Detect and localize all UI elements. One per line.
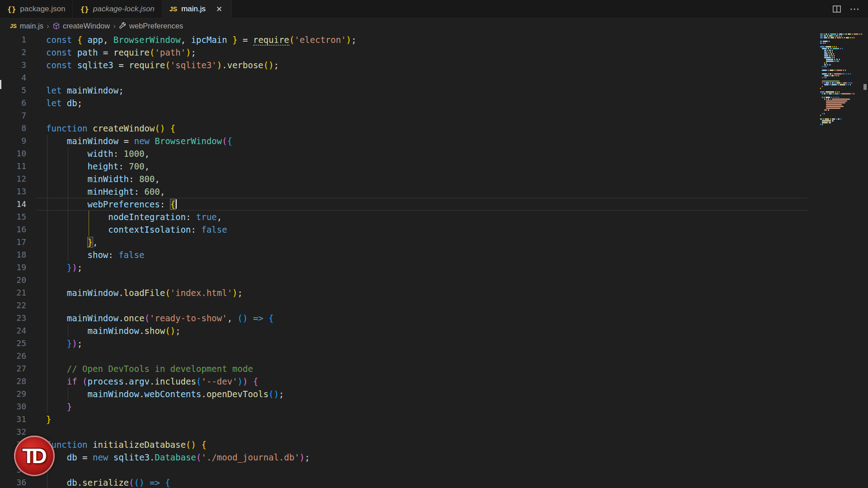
code-line-5[interactable]: 5let mainWindow; [0, 84, 868, 97]
code-text: db = new sqlite3.Database('./mood_journa… [46, 451, 310, 464]
breadcrumb-file[interactable]: main.js [20, 22, 43, 30]
token: once [124, 313, 145, 323]
tab-main-js[interactable]: JS main.js ✕ [162, 0, 232, 19]
token: , [217, 212, 222, 222]
code-line-10[interactable]: 10 width: 1000, [0, 147, 868, 160]
token: = [98, 47, 113, 57]
code-line-8[interactable]: 8function createWindow() { [0, 122, 868, 135]
token: , [160, 187, 165, 197]
token: // Open DevTools in development mode [67, 364, 253, 374]
token: 'electron' [294, 35, 346, 45]
minimap-line [820, 88, 821, 89]
line-number: 11 [0, 160, 26, 173]
code-text: const sqlite3 = require('sqlite3').verbo… [46, 59, 279, 71]
code-line-35[interactable]: 35 [0, 464, 868, 476]
line-number: 10 [0, 147, 26, 160]
td-watermark-label: TD [22, 444, 46, 468]
token: mainWindow [88, 326, 139, 336]
code-line-31[interactable]: 31} [0, 413, 868, 426]
code-line-17[interactable]: 17 }, [0, 236, 868, 249]
split-editor-icon[interactable] [832, 5, 841, 14]
code-line-19[interactable]: 19 }); [0, 261, 868, 274]
token: . [150, 376, 155, 386]
minimap-line [822, 80, 840, 82]
minimap-line [824, 75, 839, 76]
token: ( [165, 288, 170, 298]
line-number: 31 [0, 413, 26, 426]
code-line-33[interactable]: 33function initializeDatabase() { [0, 438, 868, 451]
line-number: 22 [0, 299, 26, 312]
code-text: db.serialize(() => { [46, 476, 170, 488]
code-line-6[interactable]: 6let db; [0, 97, 868, 109]
code-line-27[interactable]: 27 // Open DevTools in development mode [0, 362, 868, 375]
code-line-25[interactable]: 25 }); [0, 337, 868, 350]
code-line-32[interactable]: 32 [0, 426, 868, 438]
code-line-11[interactable]: 11 height: 700, [0, 160, 868, 173]
token: mainWindow [67, 313, 118, 323]
code-line-24[interactable]: 24 mainWindow.show(); [0, 324, 868, 337]
token: { [170, 199, 175, 209]
token: ) [191, 440, 196, 450]
token: loadFile [124, 288, 165, 298]
code-line-28[interactable]: 28 if (process.argv.includes('--dev')) { [0, 375, 868, 388]
minimap-line [820, 91, 840, 93]
token: ) [300, 452, 305, 462]
code-line-2[interactable]: 2const path = require('path'); [0, 46, 868, 59]
token: ) [170, 326, 175, 336]
code-text: mainWindow.show(); [46, 324, 180, 337]
code-line-30[interactable]: 30 } [0, 400, 868, 413]
code-line-23[interactable]: 23 mainWindow.once('ready-to-show', () =… [0, 312, 868, 324]
code-editor[interactable]: 1const { app, BrowserWindow, ipcMain } =… [0, 33, 868, 488]
minimap-line [820, 41, 830, 42]
code-line-34[interactable]: 34 db = new sqlite3.Database('./mood_jou… [0, 451, 868, 464]
code-text: contextIsolation: false [46, 223, 227, 236]
token: ; [237, 288, 242, 298]
code-line-16[interactable]: 16 contextIsolation: false [0, 223, 868, 236]
code-line-3[interactable]: 3const sqlite3 = require('sqlite3').verb… [0, 59, 868, 71]
token: : [191, 225, 201, 235]
token: } [67, 402, 72, 412]
minimap-line [826, 61, 839, 62]
token: BrowserWindow [155, 136, 222, 146]
token: . [139, 389, 144, 399]
code-line-14[interactable]: 14 webPreferences: { [0, 198, 868, 211]
breadcrumb-symbol-createwindow[interactable]: createWindow [52, 22, 110, 30]
code-line-15[interactable]: 15 nodeIntegration: true, [0, 211, 868, 223]
code-line-21[interactable]: 21 mainWindow.loadFile('index.html'); [0, 286, 868, 299]
code-line-13[interactable]: 13 minHeight: 600, [0, 185, 868, 198]
code-line-4[interactable]: 4 [0, 71, 868, 84]
code-line-26[interactable]: 26 [0, 350, 868, 362]
code-line-20[interactable]: 20 [0, 274, 868, 286]
code-line-7[interactable]: 7 [0, 109, 868, 122]
token: ( [269, 389, 274, 399]
minimap-line [824, 55, 835, 56]
editor-tab-bar: {} package.json {} package-lock.json JS … [0, 0, 868, 19]
minimap-line [820, 37, 854, 38]
tab-package-lock-json[interactable]: {} package-lock.json [73, 0, 162, 19]
breadcrumb-symbol-webpreferences[interactable]: webPreferences [119, 22, 183, 30]
code-line-18[interactable]: 18 show: false [0, 249, 868, 261]
minimap-line [822, 93, 854, 94]
code-line-1[interactable]: 1const { app, BrowserWindow, ipcMain } =… [0, 33, 868, 46]
code-line-22[interactable]: 22 [0, 299, 868, 312]
more-actions-icon[interactable]: ⋯ [849, 7, 860, 11]
minimap-line [820, 118, 841, 120]
token: { [165, 478, 170, 488]
tab-label: package.json [20, 5, 65, 14]
token [248, 313, 253, 323]
code-line-9[interactable]: 9 mainWindow = new BrowserWindow({ [0, 135, 868, 147]
code-line-12[interactable]: 12 minWidth: 800, [0, 173, 868, 185]
minimap[interactable] [820, 33, 862, 476]
token: minHeight [88, 187, 134, 197]
tab-package-json[interactable]: {} package.json [0, 0, 73, 19]
token: show [88, 250, 108, 260]
code-line-36[interactable]: 36 db.serialize(() => { [0, 476, 868, 488]
code-line-29[interactable]: 29 mainWindow.webContents.openDevTools()… [0, 388, 868, 400]
token: . [124, 376, 129, 386]
close-tab-icon[interactable]: ✕ [214, 4, 224, 14]
token: openDevTools [207, 389, 269, 399]
line-number: 2 [0, 46, 26, 59]
token: width [88, 149, 113, 159]
line-number: 6 [0, 97, 26, 109]
token: ( [196, 376, 201, 386]
